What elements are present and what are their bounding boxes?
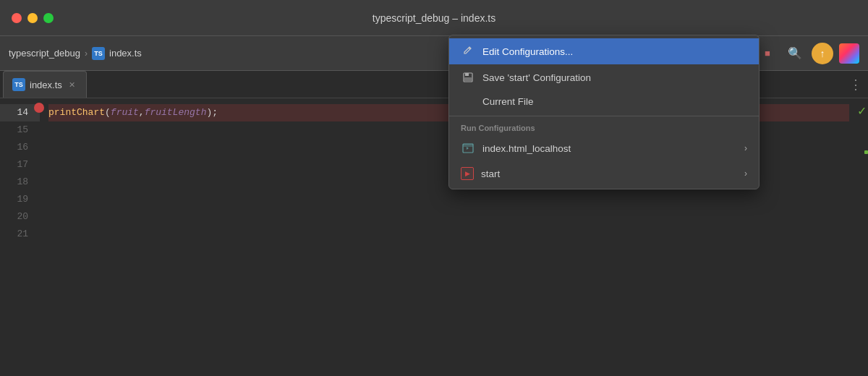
- index-html-icon: [461, 141, 475, 155]
- svg-rect-4: [463, 144, 473, 147]
- window-title: typescript_debug – index.ts: [373, 12, 495, 24]
- save-config-label: Save 'start' Configuration: [482, 72, 591, 83]
- minimize-button[interactable]: [27, 13, 38, 23]
- right-gutter: ✓: [858, 98, 868, 376]
- kebab-menu-button[interactable]: ⋮: [843, 74, 868, 95]
- code-fn-name: printChart: [48, 104, 105, 121]
- window-controls: [12, 13, 54, 23]
- close-button[interactable]: [12, 13, 22, 23]
- start-icon: [461, 167, 474, 180]
- breakpoint-indicator: [34, 103, 44, 113]
- gutter-mark: [864, 150, 868, 154]
- title-bar: typescript_debug – index.ts: [0, 0, 868, 36]
- line-number-20: 20: [0, 208, 28, 226]
- upload-button[interactable]: ↑: [812, 43, 833, 64]
- line-number-17: 17: [0, 156, 28, 174]
- code-line-20: [48, 208, 849, 226]
- run-configs-header: Run Configurations: [449, 119, 759, 135]
- menu-separator-1: [449, 116, 759, 116]
- menu-item-save-config[interactable]: Save 'start' Configuration: [449, 64, 759, 90]
- line-number-21: 21: [0, 226, 28, 243]
- run-config-dropdown-menu: Edit Configurations... Save 'start' Conf…: [448, 35, 760, 189]
- line-number-18: 18: [0, 174, 28, 191]
- maximize-button[interactable]: [43, 13, 54, 23]
- menu-item-start[interactable]: start ›: [449, 161, 759, 186]
- current-file-label: Current File: [482, 96, 534, 107]
- index-html-chevron: ›: [744, 143, 747, 153]
- start-label: start: [481, 168, 500, 179]
- line-numbers: 14 15 16 17 18 19 20 21: [0, 98, 40, 376]
- jetbrains-logo: [839, 43, 859, 64]
- svg-rect-2: [464, 77, 472, 81]
- code-line-19: [48, 191, 849, 208]
- menu-item-current-file[interactable]: Current File: [449, 90, 759, 113]
- breadcrumb-project[interactable]: typescript_debug: [9, 48, 80, 59]
- line-number-16: 16: [0, 139, 28, 156]
- stop-button[interactable]: ■: [757, 43, 778, 64]
- tabs-bar-right: ⋮: [843, 74, 868, 95]
- menu-item-edit-configs[interactable]: Edit Configurations...: [449, 38, 759, 64]
- breadcrumb: typescript_debug › TS index.ts: [9, 47, 142, 60]
- line-number-19: 19: [0, 191, 28, 208]
- tab-close-button[interactable]: ✕: [67, 80, 77, 90]
- code-line-21: [48, 226, 849, 243]
- breadcrumb-file[interactable]: index.ts: [109, 48, 142, 59]
- tab-label: index.ts: [30, 80, 62, 90]
- search-button[interactable]: 🔍: [784, 43, 806, 64]
- tab-ts-icon: TS: [12, 78, 25, 91]
- gutter-checkmark: ✓: [857, 104, 867, 118]
- menu-item-index-html[interactable]: index.html_localhost ›: [449, 135, 759, 161]
- svg-rect-1: [465, 73, 469, 76]
- breadcrumb-arrow: ›: [85, 48, 88, 59]
- start-chevron: ›: [744, 168, 747, 179]
- tab-index-ts[interactable]: TS index.ts ✕: [3, 71, 87, 98]
- edit-configs-icon: [461, 44, 475, 59]
- edit-configs-label: Edit Configurations...: [482, 46, 573, 57]
- index-html-label: index.html_localhost: [482, 143, 571, 154]
- save-config-icon: [461, 70, 475, 85]
- line-number-15: 15: [0, 121, 28, 139]
- ts-icon: TS: [92, 47, 105, 60]
